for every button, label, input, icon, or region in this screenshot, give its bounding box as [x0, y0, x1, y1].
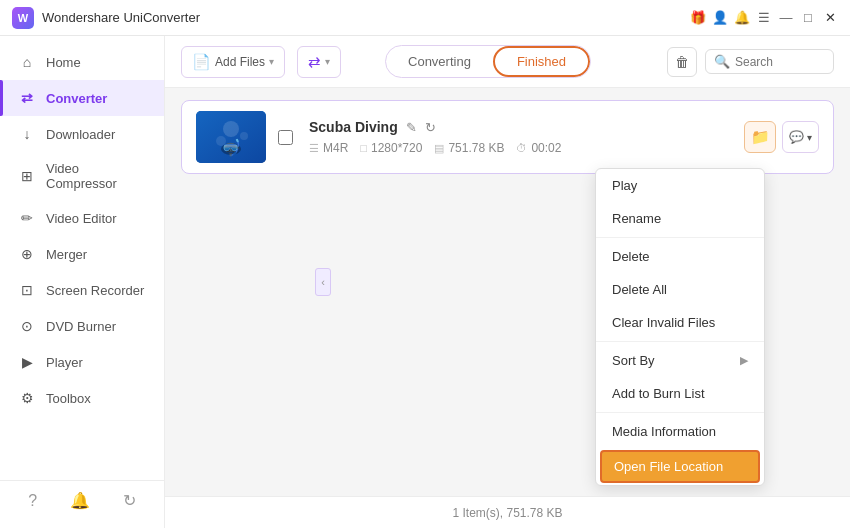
sidebar-item-dvd-burner[interactable]: ⊙ DVD Burner [0, 308, 164, 344]
alert-icon[interactable]: 🔔 [70, 491, 90, 510]
user-icon[interactable]: 👤 [712, 10, 728, 26]
refresh-file-icon[interactable]: ↻ [425, 120, 436, 135]
converter-icon: ⇄ [18, 89, 36, 107]
sidebar-item-label: Toolbox [46, 391, 91, 406]
add-files-icon: 📄 [192, 53, 211, 71]
tab-finished[interactable]: Finished [493, 46, 590, 77]
convert-button[interactable]: ⇄ ▾ [297, 46, 341, 78]
search-icon: 🔍 [714, 54, 730, 69]
sidebar-item-label: Video Compressor [46, 161, 146, 191]
more-actions-button[interactable]: 💬 ▾ [782, 121, 819, 153]
media-info-label: Media Information [612, 424, 716, 439]
svg-text:🤿: 🤿 [221, 138, 241, 157]
more-actions-arrow: ▾ [807, 132, 812, 143]
sidebar-item-toolbox[interactable]: ⚙ Toolbox [0, 380, 164, 416]
svg-point-3 [240, 132, 248, 140]
file-area: 🤿 Scuba Diving ✎ ↻ ☰ M4R [165, 88, 850, 496]
toolbox-icon: ⚙ [18, 389, 36, 407]
folder-button[interactable]: 📁 [744, 121, 776, 153]
search-box: 🔍 [705, 49, 834, 74]
gift-icon[interactable]: 🎁 [690, 10, 706, 26]
sidebar-bottom: ? 🔔 ↻ [0, 480, 164, 520]
convert-icon: ⇄ [308, 53, 321, 71]
sidebar-item-screen-recorder[interactable]: ⊡ Screen Recorder [0, 272, 164, 308]
search-input[interactable] [735, 55, 825, 69]
window-controls: 🎁 👤 🔔 ☰ — □ ✕ [690, 10, 838, 26]
close-icon[interactable]: ✕ [822, 10, 838, 26]
merger-icon: ⊕ [18, 245, 36, 263]
open-location-label: Open File Location [614, 459, 723, 474]
editor-icon: ✏ [18, 209, 36, 227]
file-checkbox[interactable] [278, 130, 293, 145]
player-icon: ▶ [18, 353, 36, 371]
file-item: 🤿 Scuba Diving ✎ ↻ ☰ M4R [181, 100, 834, 174]
file-meta: ☰ M4R □ 1280*720 ▤ 751.78 KB ⏱ [309, 141, 732, 155]
context-menu-sort-by[interactable]: Sort By ▶ [596, 344, 764, 377]
context-menu-play[interactable]: Play [596, 169, 764, 202]
sidebar-item-label: Converter [46, 91, 107, 106]
context-menu-clear-invalid[interactable]: Clear Invalid Files [596, 306, 764, 339]
maximize-icon[interactable]: □ [800, 10, 816, 26]
titlebar: W Wondershare UniConverter 🎁 👤 🔔 ☰ — □ ✕ [0, 0, 850, 36]
trash-button[interactable]: 🗑 [667, 47, 697, 77]
recorder-icon: ⊡ [18, 281, 36, 299]
sidebar-item-player[interactable]: ▶ Player [0, 344, 164, 380]
file-size-value: 751.78 KB [448, 141, 504, 155]
context-menu-add-to-burn[interactable]: Add to Burn List [596, 377, 764, 410]
context-menu-rename[interactable]: Rename [596, 202, 764, 235]
resolution-icon: □ [360, 142, 367, 154]
file-format-value: M4R [323, 141, 348, 155]
help-icon[interactable]: ? [28, 492, 37, 510]
play-label: Play [612, 178, 637, 193]
add-to-burn-label: Add to Burn List [612, 386, 705, 401]
duration-icon: ⏱ [516, 142, 527, 154]
notification-icon[interactable]: 🔔 [734, 10, 750, 26]
sort-by-label: Sort By [612, 353, 655, 368]
statusbar-text: 1 Item(s), 751.78 KB [452, 506, 562, 520]
tab-converting[interactable]: Converting [386, 48, 493, 75]
file-resolution: □ 1280*720 [360, 141, 422, 155]
sidebar-item-label: Player [46, 355, 83, 370]
refresh-icon[interactable]: ↻ [123, 491, 136, 510]
context-menu: Play Rename Delete Delete All Clear Inva… [595, 168, 765, 486]
file-format: ☰ M4R [309, 141, 348, 155]
minimize-icon[interactable]: — [778, 10, 794, 26]
svg-point-1 [223, 121, 239, 137]
compressor-icon: ⊞ [18, 167, 36, 185]
file-name-row: Scuba Diving ✎ ↻ [309, 119, 732, 135]
sidebar-item-home[interactable]: ⌂ Home [0, 44, 164, 80]
menu-icon[interactable]: ☰ [756, 10, 772, 26]
delete-label: Delete [612, 249, 650, 264]
add-files-label: Add Files [215, 55, 265, 69]
edit-name-icon[interactable]: ✎ [406, 120, 417, 135]
toolbar: 📄 Add Files ▾ ⇄ ▾ Converting Finished 🗑 … [165, 36, 850, 88]
tabs-container: Converting Finished [385, 45, 591, 78]
toolbar-right: 🗑 🔍 [667, 47, 834, 77]
context-menu-open-location[interactable]: Open File Location [600, 450, 760, 483]
file-resolution-value: 1280*720 [371, 141, 422, 155]
context-menu-delete-all[interactable]: Delete All [596, 273, 764, 306]
app-title: Wondershare UniConverter [42, 10, 690, 25]
convert-dropdown-icon: ▾ [325, 56, 330, 67]
app-logo: W [12, 7, 34, 29]
sidebar-item-merger[interactable]: ⊕ Merger [0, 236, 164, 272]
sidebar-item-converter[interactable]: ⇄ Converter [0, 80, 164, 116]
sidebar-item-label: DVD Burner [46, 319, 116, 334]
sidebar-item-label: Merger [46, 247, 87, 262]
file-thumbnail: 🤿 [196, 111, 266, 163]
delete-all-label: Delete All [612, 282, 667, 297]
context-divider-2 [596, 341, 764, 342]
file-size: ▤ 751.78 KB [434, 141, 504, 155]
sidebar-item-label: Home [46, 55, 81, 70]
add-files-button[interactable]: 📄 Add Files ▾ [181, 46, 285, 78]
sidebar-item-downloader[interactable]: ↓ Downloader [0, 116, 164, 152]
context-menu-delete[interactable]: Delete [596, 240, 764, 273]
sidebar-collapse-button[interactable]: ‹ [315, 268, 331, 296]
rename-label: Rename [612, 211, 661, 226]
sidebar-item-video-compressor[interactable]: ⊞ Video Compressor [0, 152, 164, 200]
context-menu-media-info[interactable]: Media Information [596, 415, 764, 448]
sidebar: ⌂ Home ⇄ Converter ↓ Downloader ⊞ Video … [0, 36, 165, 528]
sidebar-item-label: Screen Recorder [46, 283, 144, 298]
format-icon: ☰ [309, 142, 319, 155]
sidebar-item-video-editor[interactable]: ✏ Video Editor [0, 200, 164, 236]
